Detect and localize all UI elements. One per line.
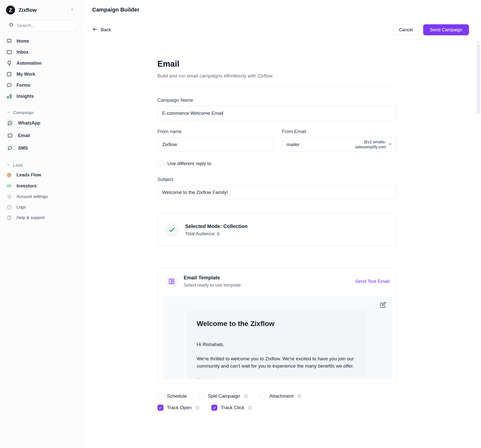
scroll-up-arrow[interactable] (477, 41, 480, 43)
subject-input[interactable]: Welcome to the Zixflow Family! (157, 185, 397, 199)
back-button[interactable]: Back (92, 27, 111, 33)
sidebar-item-label: Email (18, 133, 30, 138)
target-icon (6, 172, 13, 178)
selected-mode-title: Selected Mode: Collection (185, 223, 248, 229)
sidebar: Z Zixflow Search... Home (0, 0, 82, 448)
sidebar-item-automation[interactable]: Automation (0, 58, 82, 69)
campaign-form-scroll-area: Email Build and run email campaigns effo… (82, 40, 481, 448)
email-preview: Welcome to the Zixflow Hi Rishahab, We'r… (162, 296, 392, 379)
sidebar-item-label: Forms (17, 83, 30, 88)
group-lists[interactable]: Lists (0, 160, 82, 169)
campaign-name-input[interactable]: E-commerce Welcome Email (157, 106, 397, 120)
template-layout-icon (165, 275, 178, 288)
sidebar-item-leads-flow[interactable]: Leads Flow (0, 169, 82, 180)
sidebar-item-whatsapp[interactable]: WhatsApp (0, 117, 82, 129)
scrollbar-thumb[interactable] (477, 44, 480, 114)
sidebar-item-label: Account settings (17, 194, 48, 199)
page-title: Campaign Builder (92, 7, 139, 13)
search-placeholder: Search... (17, 23, 35, 28)
sidebar-item-insights[interactable]: Insights (0, 91, 82, 102)
sidebar-item-label: Home (17, 39, 29, 44)
sidebar-collapse-button[interactable] (68, 6, 76, 14)
reply-to-label: Use different reply to (168, 161, 211, 166)
info-icon[interactable] (195, 405, 200, 410)
chevron-down-icon[interactable] (388, 142, 392, 147)
subject-label: Subject (157, 177, 397, 182)
send-campaign-button[interactable]: Send Campaign (423, 24, 469, 35)
email-body-panel: Welcome to the Zixflow Hi Rishahab, We'r… (187, 311, 367, 379)
track-open-checkbox[interactable] (157, 405, 164, 411)
cancel-button[interactable]: Cancel (393, 24, 419, 35)
bar-chart-icon (6, 93, 13, 99)
email-closing: Sincerely, (197, 378, 357, 379)
lightbulb-icon (6, 60, 13, 66)
gear-icon (6, 193, 13, 200)
sidebar-item-label: Inbox (17, 50, 29, 55)
home-icon (6, 38, 13, 44)
template-title: Email Template (184, 275, 242, 281)
info-icon[interactable] (248, 405, 252, 410)
from-name-input[interactable]: Zixflow (157, 137, 272, 152)
attachment-label: Attachment (269, 393, 293, 399)
track-open-label: Track Open (167, 405, 192, 410)
app-window: Z Zixflow Search... Home (0, 0, 481, 448)
divider (157, 86, 397, 86)
sidebar-item-account-settings[interactable]: Account settings (0, 191, 82, 202)
sidebar-item-label: Logs (17, 205, 26, 210)
main-area: Campaign Builder Back Cancel Send Campai… (82, 0, 481, 448)
task-check-icon (6, 71, 13, 77)
campaign-name-label: Campaign Name (157, 97, 397, 103)
chevron-down-icon (7, 110, 10, 115)
edit-template-icon[interactable] (379, 301, 387, 310)
sidebar-item-email[interactable]: Email (0, 129, 82, 142)
total-audience: Total Audience: 6 (185, 231, 248, 237)
sidebar-item-forms[interactable]: Forms (0, 80, 82, 91)
sidebar-item-help-support[interactable]: Help & support (0, 212, 82, 223)
from-name-value: Zixflow (162, 142, 177, 147)
zixflow-logo-icon: Z (6, 6, 15, 15)
sidebar-item-label: My Work (17, 72, 35, 77)
inbox-icon (6, 49, 13, 55)
brand-name: Zixflow (19, 7, 68, 13)
sidebar-item-home[interactable]: Home (0, 36, 82, 47)
sidebar-item-label: Help & support (17, 215, 45, 220)
attachment-checkbox[interactable] (260, 393, 266, 399)
email-heading: Welcome to the Zixflow (197, 320, 357, 328)
track-click-checkbox[interactable] (211, 405, 217, 411)
chevron-down-icon (7, 163, 10, 168)
info-icon[interactable] (244, 394, 248, 399)
from-email-value: mailer (287, 142, 300, 147)
sidebar-item-label: Investors (17, 183, 37, 189)
schedule-label: Schedule (167, 393, 187, 399)
sidebar-nav: Home Inbox Automation My Work (0, 34, 82, 207)
page-header: Campaign Builder (82, 0, 481, 20)
email-icon (6, 132, 14, 140)
sidebar-item-label: Automation (17, 61, 42, 66)
sidebar-item-logs[interactable]: Logs (0, 202, 82, 212)
from-name-label: From name (157, 129, 272, 134)
sidebar-item-label: WhatsApp (18, 121, 40, 126)
sidebar-item-my-work[interactable]: My Work (0, 69, 82, 80)
from-email-label: From Email (282, 129, 397, 134)
from-email-domain: @s1.emails-salessimplify.com (352, 140, 386, 150)
schedule-checkbox[interactable] (157, 393, 164, 399)
chat-bubble-icon (6, 82, 13, 88)
split-campaign-label: Split Campaign (208, 393, 240, 399)
group-label: Campaign (13, 110, 34, 115)
info-icon[interactable] (297, 394, 302, 399)
sidebar-item-inbox[interactable]: Inbox (0, 47, 82, 58)
send-test-email-link[interactable]: Send Test Email (355, 279, 390, 284)
vertical-scrollbar[interactable] (477, 41, 480, 441)
email-body-text: We're thrilled to welcome you to Zixflow… (197, 355, 357, 370)
sidebar-item-label: SMS (18, 146, 28, 151)
brand-row: Z Zixflow (0, 4, 82, 16)
from-email-input[interactable]: mailer @s1.emails-salessimplify.com (282, 137, 397, 152)
arrow-left-icon (92, 27, 98, 33)
group-campaign[interactable]: Campaign (0, 108, 82, 117)
email-section-title: Email (157, 59, 397, 69)
search-input[interactable]: Search... (6, 20, 76, 31)
reply-to-checkbox[interactable] (157, 161, 164, 167)
sidebar-item-sms[interactable]: SMS (0, 142, 82, 154)
sidebar-item-label: Insights (17, 94, 34, 99)
split-campaign-checkbox[interactable] (198, 393, 204, 399)
